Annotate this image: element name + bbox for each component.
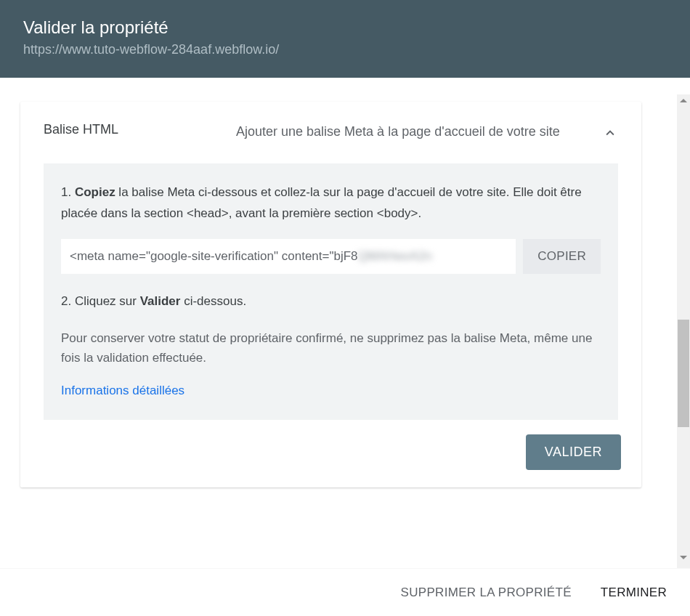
- method-instructions: 1. Copiez la balise Meta ci-dessous et c…: [44, 163, 618, 420]
- chevron-up-icon: [602, 125, 618, 141]
- copy-button[interactable]: COPIER: [523, 239, 601, 274]
- method-description: Ajouter une balise Meta à la page d'accu…: [236, 122, 602, 142]
- scrollbar-track[interactable]: [677, 116, 690, 568]
- step-1: 1. Copiez la balise Meta ci-dessous et c…: [61, 182, 601, 224]
- validate-button[interactable]: VALIDER: [526, 434, 621, 470]
- step-2: 2. Cliquez sur Valider ci-dessous.: [61, 291, 601, 312]
- dialog-header: Valider la propriété https://www.tuto-we…: [0, 0, 690, 78]
- meta-tag-row: <meta name="google-site-verification" co…: [61, 239, 601, 274]
- dialog-footer: SUPPRIMER LA PROPRIÉTÉ TERMINER: [0, 568, 690, 616]
- method-header[interactable]: Balise HTML Ajouter une balise Meta à la…: [20, 102, 641, 163]
- retention-note: Pour conserver votre statut de propriéta…: [61, 328, 601, 368]
- property-url: https://www.tuto-webflow-284aaf.webflow.…: [23, 42, 667, 57]
- meta-tag-value[interactable]: <meta name="google-site-verification" co…: [61, 239, 516, 274]
- done-button[interactable]: TERMINER: [601, 585, 667, 600]
- scrollbar-thumb[interactable]: [678, 320, 689, 427]
- scrollbar-arrow-down[interactable]: [680, 556, 687, 559]
- details-link[interactable]: Informations détaillées: [61, 384, 184, 397]
- dialog-body-scroll: Balise HTML Ajouter une balise Meta à la…: [0, 94, 677, 568]
- delete-property-button[interactable]: SUPPRIMER LA PROPRIÉTÉ: [401, 585, 572, 600]
- scrollbar-arrow-up[interactable]: [677, 94, 690, 116]
- card-footer: VALIDER: [20, 420, 641, 487]
- method-name: Balise HTML: [44, 122, 236, 137]
- verification-method-card: Balise HTML Ajouter une balise Meta à la…: [20, 102, 641, 487]
- dialog-title: Valider la propriété: [23, 17, 667, 38]
